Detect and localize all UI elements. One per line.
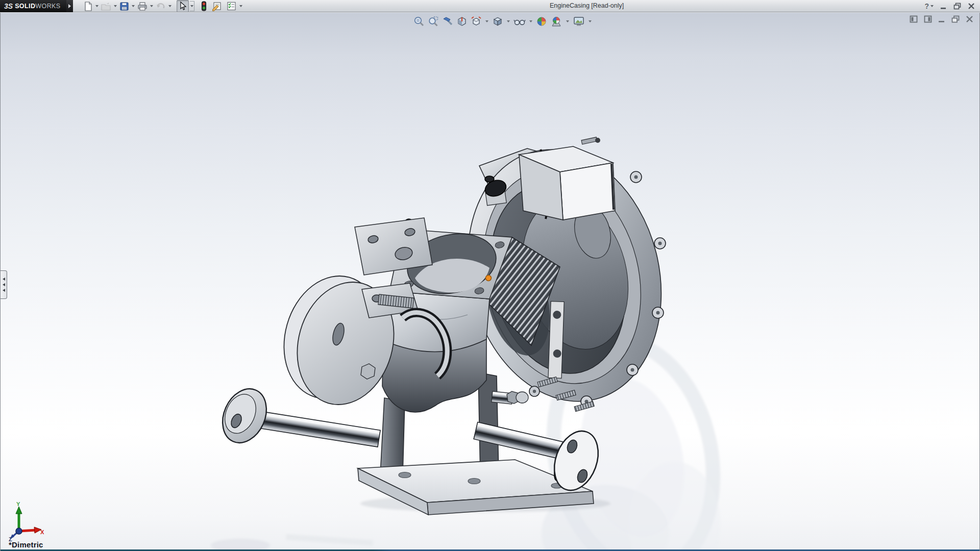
new-document-icon	[83, 2, 93, 11]
caret-down-icon	[930, 5, 934, 7]
view-settings-icon	[573, 16, 585, 27]
caret-down-icon	[239, 5, 242, 7]
save-document-button[interactable]	[119, 1, 130, 12]
file-properties-button[interactable]	[211, 1, 223, 12]
solidworks-logo: 3S SOLIDWORKS	[0, 0, 66, 12]
selection-point[interactable]	[486, 276, 492, 281]
open-document-dropdown[interactable]	[113, 1, 117, 12]
ds-3s-logo-icon: 3S	[4, 2, 13, 10]
logo-text-solid: SOLID	[15, 3, 35, 10]
standard-toolbar	[83, 1, 244, 12]
apply-scene-dropdown[interactable]	[565, 20, 570, 22]
view-settings-dropdown[interactable]	[587, 20, 593, 22]
logo-flyout-arrow[interactable]	[66, 0, 73, 12]
close-icon	[966, 15, 973, 23]
zoom-to-fit-icon	[413, 16, 425, 27]
undo-dropdown[interactable]	[167, 1, 172, 12]
caret-down-icon	[132, 5, 135, 7]
section-view-button[interactable]	[456, 16, 468, 27]
view-orientation-dropdown[interactable]	[484, 20, 489, 22]
edit-appearance-button[interactable]	[536, 16, 547, 27]
print-document-dropdown[interactable]	[149, 1, 154, 12]
triad-y-label: Y	[16, 502, 20, 507]
previous-view-icon	[442, 16, 453, 27]
doc-restore-button[interactable]	[951, 15, 960, 25]
pane-left-button[interactable]	[910, 15, 918, 25]
display-style-button[interactable]	[492, 16, 503, 27]
caret-down-icon	[507, 20, 510, 22]
reference-triad: Z Y X	[7, 502, 44, 541]
section-view-icon	[456, 16, 468, 27]
previous-view-button[interactable]	[442, 16, 453, 27]
graphics-viewport[interactable]: Z Y X *Dimetric	[0, 13, 980, 551]
display-style-icon	[492, 16, 503, 27]
caret-down-icon	[589, 20, 592, 22]
view-orientation-icon	[471, 16, 482, 27]
title-bar: 3S SOLIDWORKS	[0, 0, 980, 12]
open-document-button[interactable]	[101, 1, 112, 12]
document-window-controls	[910, 15, 973, 25]
print-document-icon	[137, 2, 148, 11]
view-settings-button[interactable]	[573, 16, 585, 27]
print-document-button[interactable]	[137, 1, 148, 12]
appearance-ball-icon	[536, 16, 547, 27]
zoom-to-area-icon	[428, 16, 439, 27]
collapse-arrow-icon	[3, 283, 5, 286]
help-icon: ?	[924, 2, 929, 10]
help-button[interactable]: ?	[924, 1, 934, 11]
collapse-arrow-icon	[3, 289, 5, 292]
window-title: EngineCasing [Read-only]	[550, 2, 624, 9]
save-document-icon	[119, 2, 129, 11]
select-tool-button[interactable]	[177, 0, 189, 12]
doc-minimize-button[interactable]	[938, 16, 945, 25]
undo-icon	[156, 2, 166, 11]
minimize-icon	[938, 16, 945, 23]
open-document-icon	[101, 2, 111, 11]
pane-right-button[interactable]	[924, 15, 932, 25]
undo-button[interactable]	[155, 1, 166, 12]
rebuild-button[interactable]	[200, 1, 208, 12]
view-orientation-label: *Dimetric	[9, 540, 43, 549]
restore-icon	[951, 15, 960, 23]
caret-down-icon	[150, 5, 153, 7]
options-checklist-icon	[226, 1, 237, 11]
file-properties-icon	[212, 1, 223, 11]
heads-up-toolbar	[412, 16, 594, 27]
eyeglasses-icon	[513, 16, 526, 27]
triad-x-label: X	[40, 529, 44, 535]
minimize-icon	[940, 3, 947, 10]
options-dropdown[interactable]	[238, 1, 243, 12]
acorn-nut-stub	[492, 391, 528, 404]
restore-button[interactable]	[953, 1, 961, 11]
caret-down-icon	[529, 20, 532, 22]
select-cursor-icon	[178, 1, 188, 11]
apply-scene-icon	[550, 16, 562, 27]
hide-show-items-button[interactable]	[513, 16, 526, 27]
caret-down-icon	[95, 5, 99, 7]
zoom-to-fit-button[interactable]	[413, 16, 425, 27]
logo-text-works: WORKS	[35, 3, 60, 10]
apply-scene-button[interactable]	[550, 16, 562, 27]
collapse-arrow-icon	[3, 278, 5, 281]
rebuild-traffic-light-icon	[201, 1, 207, 11]
window-controls: ?	[924, 0, 975, 12]
close-icon	[968, 3, 975, 10]
view-orientation-button[interactable]	[471, 16, 482, 27]
display-style-dropdown[interactable]	[506, 20, 511, 22]
minimize-button[interactable]	[940, 1, 947, 11]
caret-down-icon	[190, 5, 193, 7]
pane-left-icon	[910, 15, 918, 23]
hide-show-items-dropdown[interactable]	[528, 20, 533, 22]
zoom-to-area-button[interactable]	[428, 16, 439, 27]
caret-down-icon	[566, 20, 569, 22]
close-button[interactable]	[968, 1, 975, 11]
doc-close-button[interactable]	[966, 15, 973, 25]
flyout-arrow-icon	[68, 4, 71, 8]
options-button[interactable]	[226, 1, 237, 12]
model-canvas[interactable]	[1, 13, 980, 551]
new-document-button[interactable]	[83, 1, 93, 12]
fm-collapse-tab[interactable]	[1, 270, 7, 299]
new-document-dropdown[interactable]	[94, 1, 99, 12]
select-tool-dropdown[interactable]	[190, 1, 194, 11]
save-document-dropdown[interactable]	[131, 1, 135, 12]
